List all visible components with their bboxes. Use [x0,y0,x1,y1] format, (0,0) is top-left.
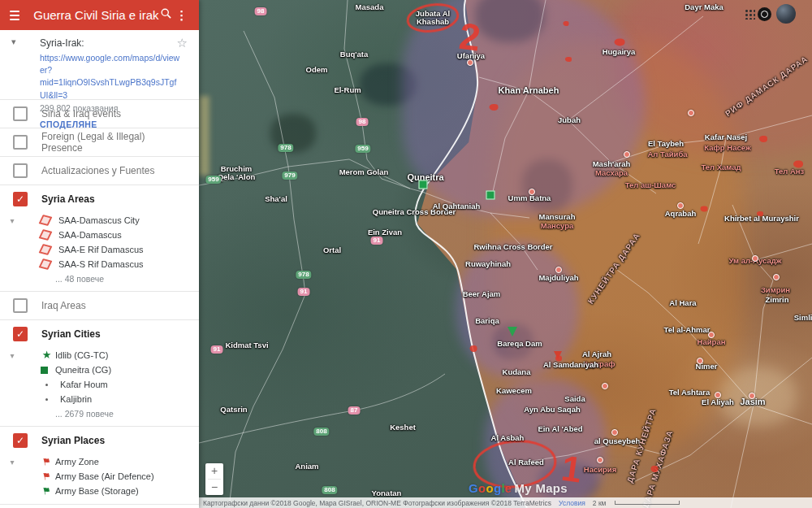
marker-red-area[interactable] [651,466,659,472]
poly-red-icon [38,229,52,241]
layer-checkbox-foreign-presence[interactable] [13,135,28,150]
village-dot-marker[interactable] [752,255,758,262]
marker-red-area[interactable] [757,211,763,216]
map-label: Rwihna Cross Border [473,242,552,251]
share-link[interactable]: СПОДЕЛЯНЕ [40,119,199,129]
route-shield: 98 [255,7,267,15]
route-shield: 959 [205,176,221,184]
zoom-in-button[interactable]: + [205,463,223,479]
village-dot-marker[interactable] [677,202,684,209]
menu-icon[interactable] [10,11,19,20]
marker-red-area[interactable] [470,345,477,352]
map-label: Al Ajrah [582,350,611,358]
layer-item[interactable]: ⚑Army Base (Air Defence) [0,469,199,484]
village-dot-marker[interactable] [529,189,535,195]
map-label: Yonatan [372,488,402,497]
marker-red-area[interactable] [555,356,562,362]
layer-items-syrian-cities: ▾★Idlib (CG-TC)Quneitra (CG)Kafar HoumKa… [0,348,199,426]
village-dot-marker[interactable] [773,274,780,280]
terms-link[interactable]: Условия [559,499,585,507]
village-dot-marker[interactable] [555,267,562,273]
layer-item[interactable]: ▾SAA-Damascus City [0,213,199,228]
village-dot-marker[interactable] [597,457,603,463]
village-dot-marker[interactable] [611,429,618,436]
layer-row-iraq-areas: Iraq Areas [0,292,199,319]
map-label: Hugairya [603,47,636,56]
map-label: Ал Тайиба [647,150,687,158]
layer-item[interactable]: Kaljibrin [0,392,199,406]
poly-red-icon [38,258,52,270]
layer-item[interactable]: Kafar Houm [0,377,199,392]
layer-label-syrian-places: Syrian Places [41,435,105,446]
dot-icon [45,398,48,401]
google-apps-grid-icon[interactable] [745,9,755,20]
map-label: Мансура [541,221,574,230]
map-label: Khashab [417,17,449,26]
attribution-bar: Картографски данни ©2018 Google, Mapa GI… [199,497,812,508]
map-label: Saida [564,394,585,403]
map-label: Bareqa Dam [497,339,542,348]
village-dot-marker[interactable] [624,151,630,158]
url-line-2: mid=1liqnO9ISvshTLwgPB3q9sJTgfUI&ll=3 [40,77,176,99]
layer-checkbox-actualizaciones-y-fuentes[interactable] [13,163,28,178]
map-label: Al Qahtaniah [433,202,481,211]
route-shield: 978 [278,144,293,152]
map-label: El-Rum [334,85,361,94]
village-dot-marker[interactable] [467,59,473,66]
layer-item[interactable]: Quneitra (CG) [0,363,199,377]
village-dot-marker[interactable] [715,392,721,398]
layer-item[interactable]: SAA-Damascus [0,228,199,242]
layer-row-syrian-cities: ✓Syrian Cities [0,320,199,348]
collapse-chevron-icon[interactable]: ▾ [0,458,24,467]
village-dot-marker[interactable] [708,332,715,338]
map-label: Тел Хамад [701,163,741,172]
map-canvas[interactable]: 2 1 MasadaJubata AlKhashabBuq'ataUfaniya… [199,0,812,508]
map-label: Aniam [295,462,318,471]
layer-item-label: SAA-E Rif Damascus [58,245,144,254]
notifications-icon[interactable] [758,7,771,21]
collapse-chevron-icon[interactable]: ▾ [11,37,16,47]
more-items-link[interactable]: ... 2679 повече [55,406,199,420]
account-avatar[interactable] [776,4,796,24]
layer-checkbox-siria-iraq-events[interactable] [13,106,28,121]
collapse-chevron-icon[interactable]: ▾ [0,351,24,360]
city-marker-green-square[interactable] [486,191,495,200]
marker-red-area[interactable] [564,21,569,26]
marker-red-area[interactable] [565,57,572,62]
more-items-link[interactable]: ... 48 повече [55,271,199,285]
marker-red-area[interactable] [615,39,625,46]
city-marker-green-square[interactable] [419,180,428,189]
village-dot-marker[interactable] [749,393,755,399]
village-dot-marker[interactable] [688,110,694,116]
marker-red-area[interactable] [701,206,708,212]
map-label: Bariqa [475,316,499,325]
village-dot-marker[interactable] [602,383,608,389]
map-name: Syria-Irak: [40,37,199,49]
collapse-chevron-icon[interactable]: ▾ [0,216,24,225]
layer-item[interactable]: ▾★Idlib (CG-TC) [0,348,199,363]
layer-checkbox-syria-areas[interactable]: ✓ [13,192,28,206]
marker-red-area[interactable] [490,104,499,111]
map-label: Keshet [390,423,416,432]
marker-green-arrow[interactable] [508,327,517,336]
star-outline-icon[interactable]: ☆ [177,36,188,50]
marker-red-area[interactable] [759,136,767,142]
marker-red-area[interactable] [793,161,803,168]
map-label: Kudana [503,367,531,376]
layer-item[interactable]: SAA-E Rif Damascus [0,242,199,257]
map-label: Bruchim [221,164,253,173]
more-options-icon[interactable]: ⋮ [174,8,189,23]
layer-checkbox-syrian-places[interactable]: ✓ [13,433,28,448]
map-label: Khan Arnabeh [499,85,559,95]
village-dot-marker[interactable] [697,358,703,364]
map-label: Quneitra Cross Border [373,207,456,216]
layer-checkbox-syrian-cities[interactable]: ✓ [13,327,28,341]
layer-item[interactable]: SAA-S Rif Damascus [0,257,199,271]
layer-item[interactable]: ▾⚑Army Zone [0,454,199,469]
zoom-out-button[interactable]: − [205,480,223,495]
map-label: Al Asbah [491,433,525,442]
search-icon[interactable] [158,7,174,23]
map-url-link[interactable]: https://www.google.com/maps/d/viewer? mi… [40,52,182,102]
layer-item[interactable]: ⚑Army Base (Storage) [0,484,199,498]
layer-checkbox-iraq-areas[interactable] [13,298,28,313]
